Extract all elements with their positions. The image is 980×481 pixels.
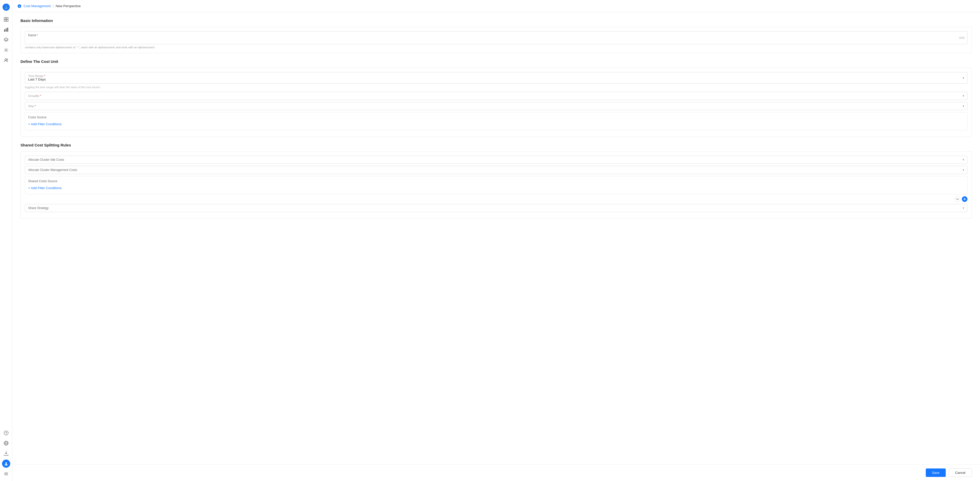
svg-rect-4 [4, 20, 6, 21]
cost-unit-title: Define The Cost Unit [21, 59, 972, 63]
group-by-label-area: GroupBy * [28, 94, 41, 97]
shared-cost-title: Shared Cost Splitting Rules [21, 143, 972, 147]
time-range-label-area: Time Range * Last 7 Days [28, 75, 46, 81]
allocate-idle-dropdown[interactable]: Allocate Cluster Idle Costs ▾ [25, 156, 967, 164]
basic-info-section: Basic Information Name * 0/63 contains o… [21, 18, 972, 53]
breadcrumb-current: New Perspective [56, 4, 81, 8]
svg-point-16 [5, 462, 7, 464]
breadcrumb-parent[interactable]: Cost Management [24, 4, 51, 8]
step-label-area: Step * [28, 105, 36, 108]
svg-point-11 [6, 59, 8, 60]
group-by-star: * [40, 95, 41, 97]
shared-costs-source-box: Shared Costs Source + Add Filter Conditi… [25, 176, 967, 194]
content-area: Basic Information Name * 0/63 contains o… [12, 12, 980, 464]
breadcrumb-separator: / [52, 4, 54, 8]
name-input[interactable] [28, 38, 964, 42]
svg-rect-2 [4, 17, 6, 19]
user-avatar-icon[interactable] [2, 460, 10, 468]
layers-icon[interactable] [2, 36, 10, 44]
share-strategy-chevron-icon: ▾ [963, 206, 964, 210]
name-field-wrapper: Name * 0/63 [25, 31, 967, 44]
cancel-button[interactable]: Cancel [949, 468, 972, 477]
settings-icon[interactable] [2, 46, 10, 54]
shared-costs-source-label: Shared Costs Source [28, 179, 964, 183]
app-logo[interactable]: ⚓ [2, 3, 10, 11]
shared-add-filter-button[interactable]: + Add Filter Conditions [28, 185, 62, 191]
allocate-management-label: Allocate Cluster Management Costs [28, 168, 77, 172]
save-button[interactable]: Save [926, 468, 946, 477]
globe-icon[interactable] [2, 439, 10, 447]
share-strategy-label: Share Strategy [28, 206, 49, 210]
basic-info-card: Name * 0/63 contains only lowercase alph… [21, 27, 972, 53]
svg-point-9 [5, 49, 7, 51]
user-group-icon[interactable] [2, 56, 10, 64]
name-field-label: Name * [28, 33, 964, 37]
main-panel: $ Cost Management / New Perspective Basi… [12, 0, 980, 481]
cost-unit-card: Time Range * Last 7 Days ▾ toggling the … [21, 68, 972, 137]
help-icon[interactable]: ? [2, 429, 10, 437]
svg-text:⚓: ⚓ [4, 5, 8, 10]
step-chevron-icon: ▾ [963, 104, 964, 108]
add-filter-conditions-button[interactable]: + Add Filter Conditions [28, 121, 62, 127]
name-hint: contains only lowercase alphanumeric or … [25, 46, 967, 49]
name-required-star: * [37, 34, 38, 37]
row-actions [25, 196, 967, 202]
group-by-dropdown[interactable]: GroupBy * ▾ [25, 92, 967, 100]
allocate-idle-chevron-icon: ▾ [963, 158, 964, 162]
time-range-dropdown[interactable]: Time Range * Last 7 Days ▾ [25, 72, 967, 84]
sidebar: ⚓ [0, 0, 12, 481]
svg-rect-3 [6, 17, 8, 19]
hamburger-menu-icon[interactable] [2, 470, 10, 478]
svg-text:$: $ [19, 5, 20, 8]
svg-point-10 [5, 59, 6, 60]
allocate-management-dropdown[interactable]: Allocate Cluster Management Costs ▾ [25, 166, 967, 174]
share-strategy-dropdown[interactable]: Share Strategy ▾ [25, 204, 967, 212]
allocate-management-chevron-icon: ▾ [963, 168, 964, 172]
svg-rect-7 [6, 29, 6, 32]
char-count: 0/63 [959, 36, 965, 40]
add-row-button[interactable] [962, 196, 967, 202]
chart-bar-icon[interactable] [2, 25, 10, 34]
basic-info-title: Basic Information [21, 18, 972, 23]
svg-text:?: ? [5, 432, 7, 435]
time-range-value: Last 7 Days [28, 78, 46, 81]
group-by-chevron-icon: ▾ [963, 94, 964, 98]
remove-row-button[interactable] [955, 196, 960, 202]
step-star: * [35, 105, 36, 108]
svg-rect-6 [4, 29, 5, 32]
costs-source-label: Costs Source [28, 116, 964, 119]
cost-management-icon: $ [18, 4, 21, 8]
step-dropdown[interactable]: Step * ▾ [25, 102, 967, 110]
costs-source-box: Costs Source + Add Filter Conditions [25, 112, 967, 130]
shared-cost-section: Shared Cost Splitting Rules Allocate Clu… [21, 143, 972, 219]
shared-cost-card: Allocate Cluster Idle Costs ▾ Allocate C… [21, 151, 972, 219]
svg-rect-8 [7, 28, 8, 32]
time-range-hint: toggling the time range will clear the v… [25, 86, 967, 89]
download-icon[interactable] [2, 449, 10, 457]
header: $ Cost Management / New Perspective [12, 0, 980, 12]
cost-unit-section: Define The Cost Unit Time Range * Last 7… [21, 59, 972, 137]
time-range-chevron-icon: ▾ [963, 76, 964, 80]
footer: Save Cancel [12, 464, 980, 481]
allocate-idle-label: Allocate Cluster Idle Costs [28, 158, 64, 162]
time-range-star: * [44, 75, 45, 78]
grid-icon[interactable] [2, 15, 10, 24]
svg-rect-19 [956, 199, 959, 199]
svg-rect-5 [6, 20, 8, 21]
